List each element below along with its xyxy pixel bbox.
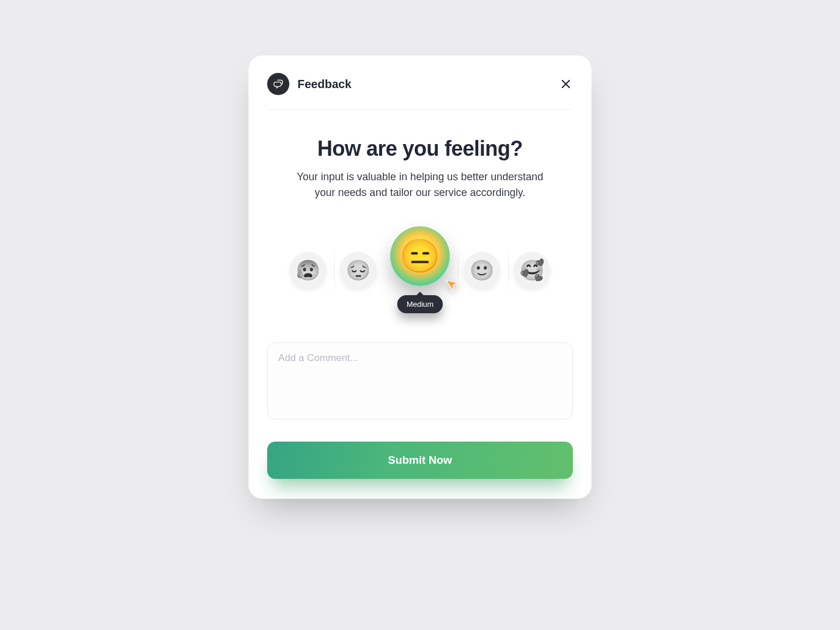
rating-tooltip: Medium (397, 295, 443, 313)
close-button[interactable] (559, 77, 573, 91)
subheading: Your input is valuable in helping us bet… (286, 169, 554, 201)
rating-option-2[interactable]: 😔 (340, 252, 376, 288)
cursor-icon (444, 276, 461, 294)
heading: How are you feeling? (267, 136, 573, 161)
rating-option-selected-wrap: 😑 Medium (390, 226, 450, 313)
rating-option-4[interactable]: 🙂 (464, 252, 500, 288)
chat-bubbles-icon (267, 73, 289, 95)
close-icon (560, 78, 572, 90)
comment-input[interactable] (267, 342, 573, 419)
rating-option-1[interactable]: 😰 (290, 252, 326, 288)
modal-header: Feedback (267, 73, 573, 110)
submit-button[interactable]: Submit Now (267, 442, 573, 479)
header-left: Feedback (267, 73, 351, 95)
rating-emoji-row: 😰 😔 😑 Medium 🙂 🥰 (267, 226, 573, 313)
modal-content: How are you feeling? Your input is valua… (267, 110, 573, 479)
modal-title: Feedback (298, 78, 351, 91)
feedback-modal: Feedback How are you feeling? Your input… (249, 55, 592, 499)
rating-option-5[interactable]: 🥰 (514, 252, 550, 288)
rating-option-3-selected[interactable]: 😑 (390, 226, 450, 286)
